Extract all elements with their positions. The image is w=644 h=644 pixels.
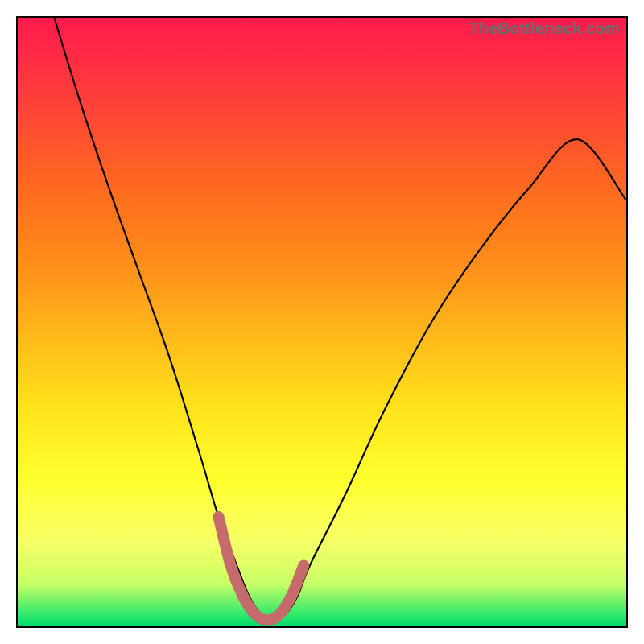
chart-frame: TheBottleneck.com — [16, 16, 628, 628]
bottleneck-curve-path — [54, 18, 626, 620]
valley-highlight-path — [219, 517, 304, 621]
bottleneck-curve-svg — [18, 18, 626, 626]
watermark-text: TheBottleneck.com — [469, 19, 620, 38]
